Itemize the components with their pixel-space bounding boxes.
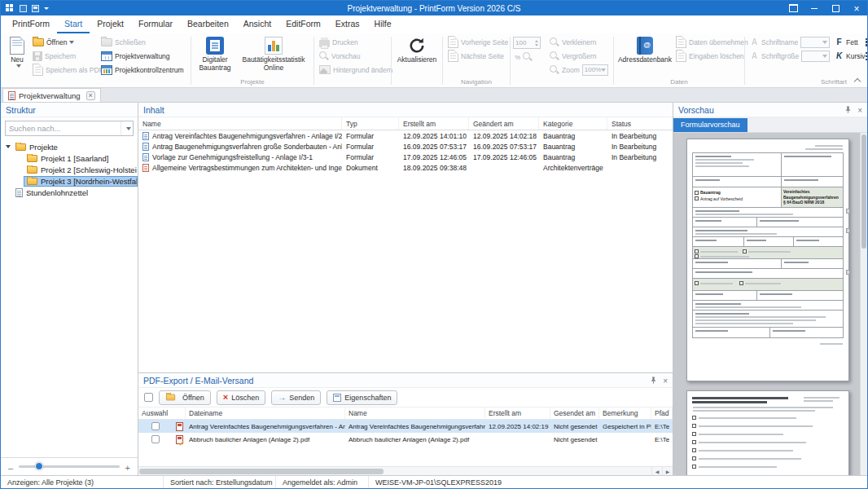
menu-tab-extras[interactable]: Extras [328,16,367,33]
column-header-typ[interactable]: Typ [342,117,399,130]
tree-node-projekte[interactable]: Projekte [1,141,138,152]
ribbon-options-button[interactable] [783,1,804,15]
scroll-right-icon[interactable] [662,467,673,475]
scroll-left-icon[interactable] [651,467,662,475]
column-header-gesendet[interactable]: Gesendet am [550,408,599,419]
zoom-minus-icon[interactable] [8,460,13,474]
pdf-export-title: PDF-Export / E-Mail-Versand [143,376,253,385]
close-button[interactable] [846,1,867,15]
save-as-pdf-button[interactable]: Speichern als PDF [30,63,99,77]
menu-tab-printform[interactable]: PrintForm [5,16,57,33]
zoom-slider[interactable] [19,465,119,468]
column-header-erstellt[interactable]: Erstellt am [399,117,469,130]
qat-save-icon[interactable] [32,5,39,12]
column-header-name[interactable]: Name [345,408,485,419]
maximize-button[interactable] [825,1,846,15]
row-checkbox[interactable] [151,422,160,430]
apply-data-button[interactable]: Daten übernehmen [673,35,742,49]
italic-button[interactable]: KKursiv [832,49,863,63]
refresh-button[interactable]: Aktualisieren [394,35,440,64]
open-button[interactable]: Öffnen [30,35,99,49]
tree-node-projekt-2[interactable]: Projekt 2 [Schleswig-Holstein] [1,164,138,175]
column-header-pfad[interactable]: Pfad [651,408,673,419]
pin-icon[interactable] [844,106,852,113]
clear-inputs-button[interactable]: Eingaben löschen [673,49,742,63]
zoom-plus-icon[interactable] [125,460,130,474]
change-background-button[interactable]: Hintergrund ändern [317,63,388,77]
minimize-button[interactable] [804,1,825,15]
address-database-button[interactable]: Adressdatenbank [616,35,673,64]
menu-tab-ansicht[interactable]: Ansicht [236,16,278,33]
digitaler-bauantrag-button[interactable]: Digitaler Bauantrag [194,35,236,73]
spin-down-icon[interactable] [535,44,538,46]
previous-page-button[interactable]: Vorherige Seite [445,35,507,49]
menu-tab-start[interactable]: Start [57,16,90,33]
search-input[interactable] [6,124,121,133]
table-row[interactable]: Vorlage zur Genehmigungsfreistellung - A… [138,152,673,162]
menu-tab-bearbeiten[interactable]: Bearbeiten [180,16,236,33]
tab-projektverwaltung[interactable]: Projektverwaltung [2,88,101,102]
pdf-table-header: Auswahl Dateiname Name Erstellt am Gesen… [138,408,673,420]
next-page-button[interactable]: Nächste Seite [445,49,507,63]
tree-node-stundenlohnzettel[interactable]: Stundenlohnzettel [1,187,138,198]
projektverwaltung-button[interactable]: Projektverwaltung [99,49,188,63]
zoom-in-button[interactable]: Vergrößern [547,49,611,63]
spin-up-icon[interactable] [535,40,538,42]
column-header-kategorie[interactable]: Kategorie [539,117,607,130]
vertical-scrollbar[interactable] [860,133,867,475]
zoom-slider-thumb[interactable] [35,462,43,470]
qat-grid-icon[interactable] [20,5,27,12]
bautaetigkeitsstatistik-button[interactable]: Bautätigkeitsstatistik Online [236,35,311,73]
pdf-row-selected[interactable]: Antrag Vereinfachtes Baugenehmigungsverf… [138,420,673,433]
font-size-combo[interactable]: ASchriftgröße [747,49,832,63]
zoom-combo[interactable]: Zoom100% [547,63,611,77]
column-header-erstellt[interactable]: Erstellt am [485,408,550,419]
align-left-button[interactable]: Linksbündig [863,35,867,49]
pin-icon[interactable] [650,377,657,384]
projektkontrollzentrum-button[interactable]: Projektkontrollzentrum [99,63,188,77]
column-header-dateiname[interactable]: Dateiname [186,408,345,419]
row-checkbox[interactable] [151,435,160,443]
print-button[interactable]: Drucken [317,35,388,49]
zoom-out-button[interactable]: Verkleinern [547,35,611,49]
column-header-name[interactable]: Name [138,117,342,130]
preview-button[interactable]: Vorschau [317,49,388,63]
ribbon-collapse-button[interactable] [855,77,861,83]
tree-node-projekt-1[interactable]: Projekt 1 [Saarland] [1,152,138,164]
table-row[interactable]: Antrag Baugenehmigungsverfahren große So… [138,141,673,152]
scrollbar-thumb[interactable] [861,134,866,249]
menu-tab-projekt[interactable]: Projekt [90,16,131,33]
column-header-geaendert[interactable]: Geändert am [469,117,539,130]
save-button[interactable]: Speichern [30,49,99,63]
delete-pdf-button[interactable]: Löschen [217,390,265,405]
table-row[interactable]: Allgemeine Vertragsbestimmungen zum Arch… [138,162,673,173]
column-header-auswahl[interactable]: Auswahl [138,408,186,419]
properties-button[interactable]: Eigenschaften [327,390,397,405]
tab-close-icon[interactable] [86,91,95,100]
menu-tab-editform[interactable]: EditForm [278,16,328,33]
tab-formularvorschau[interactable]: Formularvorschau [673,118,747,132]
zoom-factor-spinner[interactable]: 100 % [513,35,547,62]
qat-dropdown-icon[interactable] [44,7,49,10]
menu-tab-hilfe[interactable]: Hilfe [367,16,399,33]
table-row[interactable]: Antrag Vereinfachtes Baugenehmigungsverf… [138,130,673,141]
pdf-row[interactable]: Abbruch baulicher Anlagen (Anlage 2).pdf… [138,433,673,446]
align-right-button[interactable]: Rechtsbündig [863,49,867,63]
menu-tab-formular[interactable]: Formular [131,16,180,33]
select-all-checkbox[interactable] [144,393,153,402]
panel-close-icon[interactable] [663,376,668,385]
column-header-status[interactable]: Status [607,117,673,130]
scrollbar-thumb[interactable] [139,469,384,474]
search-dropdown-button[interactable] [121,121,133,135]
close-project-button[interactable]: Schließen [99,35,188,49]
send-pdf-button[interactable]: Senden [271,390,321,405]
expander-icon[interactable] [4,145,12,148]
bold-button[interactable]: FFett [832,35,863,49]
panel-close-icon[interactable] [857,105,862,115]
new-button[interactable]: Neu [4,35,30,68]
font-name-combo[interactable]: ASchriftname [747,35,832,49]
tree-node-projekt-3-selected[interactable]: Projekt 3 [Nordrhein-Westfalen] [1,175,138,187]
column-header-bemerkung[interactable]: Bemerkung [599,408,651,419]
horizontal-scrollbar[interactable] [138,466,673,475]
open-pdf-button[interactable]: Öffnen [159,390,211,405]
